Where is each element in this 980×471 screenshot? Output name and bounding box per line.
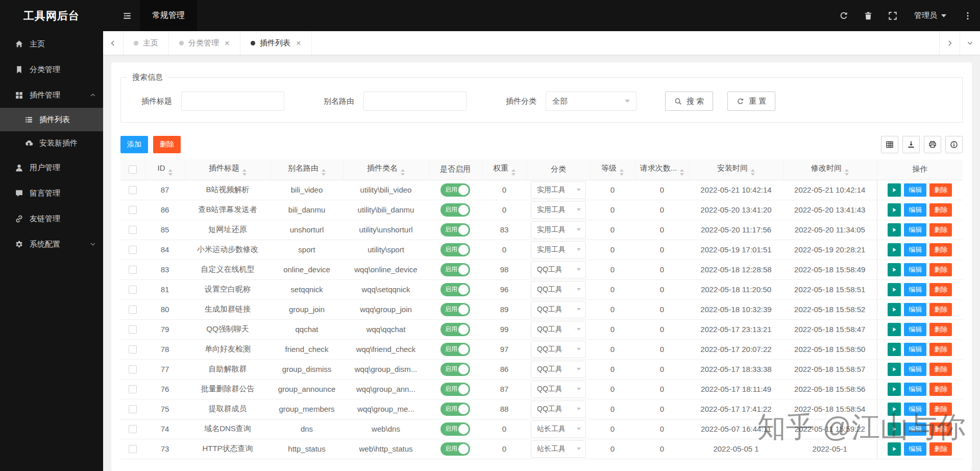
delete-button[interactable]: 删除 xyxy=(929,422,952,436)
row-checkbox[interactable] xyxy=(129,266,137,274)
enabled-toggle[interactable]: 启用 xyxy=(440,243,470,256)
tabs-scroll-right-button[interactable] xyxy=(939,31,960,55)
row-checkbox[interactable] xyxy=(129,445,137,453)
delete-button[interactable]: 删除 xyxy=(929,442,952,456)
delete-button[interactable]: 删除 xyxy=(929,383,952,396)
delete-button[interactable]: 删除 xyxy=(929,203,952,217)
run-button[interactable] xyxy=(888,223,901,237)
enabled-toggle[interactable]: 启用 xyxy=(440,223,470,237)
category-select[interactable]: 站长工具 xyxy=(531,440,586,458)
enabled-toggle[interactable]: 启用 xyxy=(440,422,470,436)
sidebar-item-friendlink[interactable]: 友链管理 xyxy=(0,206,103,231)
tabs-scroll-left-button[interactable] xyxy=(103,31,124,55)
enabled-toggle[interactable]: 启用 xyxy=(440,363,470,376)
edit-button[interactable]: 编辑 xyxy=(904,442,926,456)
add-button[interactable]: 添加 xyxy=(120,136,148,153)
tabs-menu-button[interactable] xyxy=(960,31,980,55)
category-select[interactable]: QQ工具 xyxy=(531,361,586,378)
column-header-modify_time[interactable]: 修改时间 xyxy=(783,159,877,180)
category-select[interactable]: 实用工具 xyxy=(531,181,586,199)
row-checkbox[interactable] xyxy=(129,345,137,354)
enabled-toggle[interactable]: 启用 xyxy=(440,183,470,197)
select-all-checkbox[interactable] xyxy=(129,166,137,174)
run-button[interactable] xyxy=(888,203,901,217)
category-select[interactable]: QQ工具 xyxy=(531,321,586,338)
edit-button[interactable]: 编辑 xyxy=(904,283,926,296)
delete-button[interactable]: 删除 xyxy=(929,363,952,376)
filter-columns-button[interactable] xyxy=(881,136,898,153)
category-select[interactable]: 实用工具 xyxy=(531,221,586,239)
sidebar-item-message[interactable]: 留言管理 xyxy=(0,180,103,206)
sidebar-item-install-plugin[interactable]: 安装新插件 xyxy=(0,131,103,155)
enabled-toggle[interactable]: 启用 xyxy=(440,323,470,336)
info-button[interactable] xyxy=(945,136,963,153)
sidebar-item-category[interactable]: 分类管理 xyxy=(0,57,103,82)
run-button[interactable] xyxy=(888,303,901,316)
plugin-title-input[interactable] xyxy=(181,91,284,111)
delete-button[interactable]: 删除 xyxy=(929,183,952,197)
row-checkbox[interactable] xyxy=(129,305,137,314)
enabled-toggle[interactable]: 启用 xyxy=(440,203,470,217)
delete-button[interactable]: 删除 xyxy=(929,343,952,356)
column-header-install_time[interactable]: 安装时间 xyxy=(689,159,783,180)
edit-button[interactable]: 编辑 xyxy=(904,343,926,356)
enabled-toggle[interactable]: 启用 xyxy=(440,403,470,416)
run-button[interactable] xyxy=(888,243,901,256)
print-button[interactable] xyxy=(924,136,941,153)
row-checkbox[interactable] xyxy=(129,365,137,373)
refresh-button[interactable] xyxy=(831,0,856,31)
delete-button[interactable]: 删除 xyxy=(929,283,952,296)
category-select[interactable]: QQ工具 xyxy=(531,401,586,418)
app-logo[interactable]: 工具网后台 xyxy=(0,0,103,31)
column-header-route[interactable]: 别名路由 xyxy=(271,159,343,180)
row-checkbox[interactable] xyxy=(129,246,137,254)
nav-item-general[interactable]: 常规管理 xyxy=(140,0,197,31)
delete-button[interactable]: 删除 xyxy=(929,323,952,336)
admin-dropdown[interactable]: 管理员 xyxy=(905,0,955,31)
sidebar-item-plugin[interactable]: 插件管理 xyxy=(0,82,103,108)
enabled-toggle[interactable]: 启用 xyxy=(440,303,470,316)
delete-button[interactable]: 删除 xyxy=(929,403,952,416)
category-filter-select[interactable]: 全部 xyxy=(546,91,636,111)
enabled-toggle[interactable]: 启用 xyxy=(440,263,470,276)
edit-button[interactable]: 编辑 xyxy=(904,183,926,197)
run-button[interactable] xyxy=(888,363,901,376)
edit-button[interactable]: 编辑 xyxy=(904,243,926,256)
run-button[interactable] xyxy=(888,263,901,276)
close-icon[interactable]: × xyxy=(296,39,301,48)
row-checkbox[interactable] xyxy=(129,206,137,214)
tab-plugin-list[interactable]: 插件列表× xyxy=(240,31,312,55)
edit-button[interactable]: 编辑 xyxy=(904,323,926,336)
close-icon[interactable]: × xyxy=(225,39,230,48)
category-select[interactable]: 实用工具 xyxy=(531,241,586,258)
sidebar-item-home[interactable]: 主页 xyxy=(0,31,103,57)
sidebar-item-user[interactable]: 用户管理 xyxy=(0,155,103,180)
delete-button[interactable]: 删除 xyxy=(929,223,952,237)
row-checkbox[interactable] xyxy=(129,425,137,433)
edit-button[interactable]: 编辑 xyxy=(904,403,926,416)
run-button[interactable] xyxy=(888,383,901,396)
run-button[interactable] xyxy=(888,183,901,197)
sidebar-item-system[interactable]: 系统配置 xyxy=(0,231,103,257)
column-header-class[interactable]: 插件类名 xyxy=(343,159,429,180)
category-select[interactable]: QQ工具 xyxy=(531,261,586,278)
run-button[interactable] xyxy=(888,403,901,416)
edit-button[interactable]: 编辑 xyxy=(904,422,926,436)
row-checkbox[interactable] xyxy=(129,226,137,234)
edit-button[interactable]: 编辑 xyxy=(904,363,926,376)
category-select[interactable]: QQ工具 xyxy=(531,381,586,398)
run-button[interactable] xyxy=(888,422,901,436)
edit-button[interactable]: 编辑 xyxy=(904,303,926,316)
enabled-toggle[interactable]: 启用 xyxy=(440,383,470,396)
row-checkbox[interactable] xyxy=(129,385,137,393)
search-button[interactable]: 搜 索 xyxy=(665,91,713,111)
category-select[interactable]: 站长工具 xyxy=(531,420,586,438)
enabled-toggle[interactable]: 启用 xyxy=(440,442,470,456)
more-menu-button[interactable] xyxy=(955,0,980,31)
sort-icon[interactable] xyxy=(680,169,684,176)
sort-icon[interactable] xyxy=(322,169,326,176)
column-header-level[interactable]: 等级 xyxy=(590,159,635,180)
edit-button[interactable]: 编辑 xyxy=(904,263,926,276)
edit-button[interactable]: 编辑 xyxy=(904,203,926,217)
sort-icon[interactable] xyxy=(511,169,516,176)
